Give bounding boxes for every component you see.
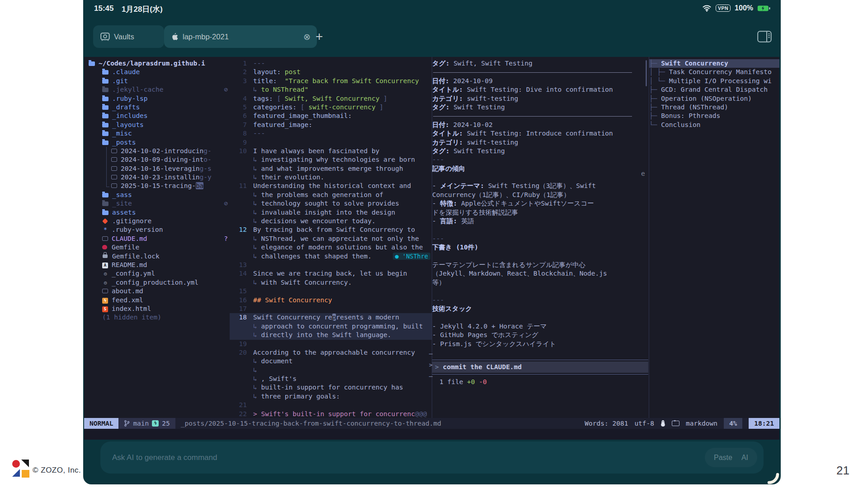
- editor-line[interactable]: 15: [230, 287, 432, 296]
- tree-row[interactable]: 2025-10-15-tracing-ba: [84, 182, 230, 190]
- tree-row[interactable]: ~/Codes/laprasdrum.github.i: [84, 59, 230, 68]
- toc-item[interactable]: │ └─ Multiple I/O Processing wi: [649, 77, 779, 85]
- toc-item[interactable]: ├─ Swift Concurrency: [649, 59, 779, 68]
- editor-line[interactable]: ↳ built-in support for concurrency has: [230, 383, 432, 392]
- editor-line[interactable]: ↳ decisions we encounter today.: [230, 217, 432, 225]
- editor-line[interactable]: ↳ elegance of modern solutions but also …: [230, 243, 432, 252]
- editor-line[interactable]: 18Swift Concurrency represents a modern: [230, 313, 432, 322]
- editor-line[interactable]: 5categories: [ swift-concurrency ]: [230, 103, 432, 112]
- tree-row[interactable]: ϟfeed.xml: [84, 296, 230, 305]
- vim-statusline: NORMAL main ϟ 25 _posts/2025-10-15-traci…: [84, 418, 779, 429]
- ai-command-bar[interactable]: Ask AI to generate a command Paste AI: [100, 441, 764, 474]
- editor-line[interactable]: ↳ challenges that shaped them.● 'NSThre: [230, 252, 432, 261]
- editor-line[interactable]: 12By tracing back from Swift Concurrency…: [230, 225, 432, 234]
- tree-row[interactable]: 5index.html: [84, 305, 230, 313]
- editor-line[interactable]: ↳ directly into the Swift language.: [230, 331, 432, 339]
- tree-row[interactable]: Gemfile.lock: [84, 252, 230, 261]
- tree-row[interactable]: _layouts: [84, 121, 230, 129]
- tree-row[interactable]: Gemfile: [84, 243, 230, 252]
- tree-row[interactable]: _misc: [84, 129, 230, 138]
- new-tab-button[interactable]: +: [316, 25, 323, 48]
- text-segment: ~/Codes/laprasdrum.github.i: [99, 60, 205, 67]
- toc-item[interactable]: └─ Conclusion: [649, 121, 779, 129]
- vaults-button[interactable]: Vaults: [93, 25, 164, 48]
- tree-row[interactable]: 2024-10-16-leveraging-s: [84, 164, 230, 173]
- editor-line[interactable]: 17: [230, 305, 432, 313]
- editor-line[interactable]: ↳ the problems each generation of: [230, 191, 432, 199]
- tree-row[interactable]: AREADME.md: [84, 261, 230, 269]
- editor-line[interactable]: 6featured_image_thumbnail:: [230, 112, 432, 120]
- tree-row[interactable]: _includes: [84, 112, 230, 120]
- tree-row[interactable]: 2024-10-02-introducing-: [84, 147, 230, 155]
- editor-line[interactable]: ↳ with Swift Concurrency.: [230, 278, 432, 287]
- text-segment: 技術スタック: [432, 305, 472, 312]
- editor-line[interactable]: 4tags: [ Swift, Swift Concurrency ]: [230, 94, 432, 103]
- toc-item[interactable]: ├─ Thread (NSThread): [649, 103, 779, 112]
- ai-input-placeholder[interactable]: Ask AI to generate a command: [112, 441, 217, 474]
- pane-resize-handle[interactable]: >: [429, 361, 433, 368]
- editor-line[interactable]: 14Since we are tracing back, let us begi…: [230, 269, 432, 278]
- tree-row[interactable]: *.ruby-version: [84, 225, 230, 234]
- statusline-segment: main ϟ 25: [118, 418, 175, 429]
- tree-row[interactable]: .jekyll-cache⊘: [84, 85, 230, 94]
- toc-item[interactable]: ├─ Bonus: Pthreads: [649, 112, 779, 120]
- tree-row[interactable]: 2024-10-23-installing-y: [84, 173, 230, 182]
- editor-line[interactable]: 11Understanding the historical context a…: [230, 182, 432, 190]
- editor-line[interactable]: ↳ their evolution.: [230, 173, 432, 182]
- editor-line[interactable]: 22> Swift's built-in support for concurr…: [230, 410, 432, 418]
- terminal-tab[interactable]: lap-mbp-2021 ⊗: [164, 25, 317, 48]
- editor-line[interactable]: ↳ three primary goals:: [230, 392, 432, 401]
- tree-row[interactable]: _drafts: [84, 103, 230, 112]
- editor-line[interactable]: ↳ document: [230, 357, 432, 366]
- editor-line[interactable]: 1---: [230, 59, 432, 68]
- editor-line[interactable]: 9: [230, 138, 432, 147]
- tree-row[interactable]: about.md: [84, 287, 230, 296]
- text-segment: swift-testing: [467, 139, 519, 146]
- text-segment: tags:: [253, 95, 277, 102]
- sidebar-toggle-icon[interactable]: [757, 31, 772, 42]
- editor-line[interactable]: ↳ technology sought to solve provides: [230, 199, 432, 208]
- toc-item[interactable]: │ ├─ Task Concurrency Manifesto: [649, 68, 779, 76]
- close-tab-icon[interactable]: ⊗: [303, 32, 311, 42]
- editor-line[interactable]: ↳ and what improvements emerge through: [230, 164, 432, 173]
- editor-line[interactable]: 8---: [230, 129, 432, 138]
- editor-line[interactable]: ↳ approach to concurrent programming, bu…: [230, 322, 432, 331]
- tree-row[interactable]: _posts: [84, 138, 230, 147]
- tree-row[interactable]: assets: [84, 208, 230, 217]
- tree-row[interactable]: CLAUDE.md?: [84, 235, 230, 243]
- tree-row[interactable]: .claude: [84, 68, 230, 76]
- editor-line[interactable]: 19: [230, 340, 432, 348]
- commit-entry[interactable]: > commit the CLAUDE.md: [432, 361, 648, 373]
- toc-item[interactable]: ├─ Operation (NSOperation): [649, 94, 779, 103]
- agent-output-pane: > commit the CLAUDE.md 1 file +0 -0 タグ: …: [432, 57, 648, 418]
- tree-row[interactable]: .gitignore: [84, 217, 230, 225]
- editor-line[interactable]: ↳ invaluable insight into the design: [230, 208, 432, 217]
- tree-row[interactable]: .git: [84, 77, 230, 85]
- paste-button[interactable]: Paste: [714, 454, 732, 462]
- logo-yellow-square: [22, 470, 29, 478]
- editor-line[interactable]: ↳ investigating why technologies are bor…: [230, 155, 432, 164]
- editor-line[interactable]: ↳ to NSThread": [230, 85, 432, 94]
- text-segment: Multiple I/O Processing wi: [669, 77, 772, 84]
- toc-item[interactable]: ├─ GCD: Grand Central Dispatch: [649, 85, 779, 94]
- editor-line[interactable]: 21: [230, 401, 432, 409]
- editor-line[interactable]: 7featured_image:: [230, 121, 432, 129]
- text-segment: According to the approachable concurrenc…: [253, 349, 415, 356]
- tree-row[interactable]: ⚙_config.yml: [84, 269, 230, 278]
- ai-button[interactable]: AI: [741, 454, 748, 462]
- tree-row[interactable]: .ruby-lsp: [84, 94, 230, 103]
- tree-row[interactable]: 2024-10-09-diving-into-: [84, 155, 230, 164]
- editor-line[interactable]: 16## Swift Concurrency: [230, 296, 432, 305]
- editor-line[interactable]: 10I have always been fascinated by: [230, 147, 432, 155]
- editor-line[interactable]: 20According to the approachable concurre…: [230, 348, 432, 357]
- editor-line[interactable]: ↳: [230, 366, 432, 375]
- editor-line[interactable]: ↳ NSThread, we can appreciate not only t…: [230, 235, 432, 243]
- editor-line[interactable]: 2layout: post: [230, 68, 432, 76]
- editor-line[interactable]: 3title: "Trace back from Swift Concurren…: [230, 77, 432, 85]
- editor-line[interactable]: ↳ , Swift's: [230, 375, 432, 383]
- tree-row[interactable]: _sass: [84, 191, 230, 199]
- tree-row[interactable]: _site⊘: [84, 199, 230, 208]
- tree-row[interactable]: ⚙_config_production.yml: [84, 278, 230, 287]
- tree-row[interactable]: (1 hidden item): [84, 313, 230, 322]
- editor-line[interactable]: 13: [230, 261, 432, 269]
